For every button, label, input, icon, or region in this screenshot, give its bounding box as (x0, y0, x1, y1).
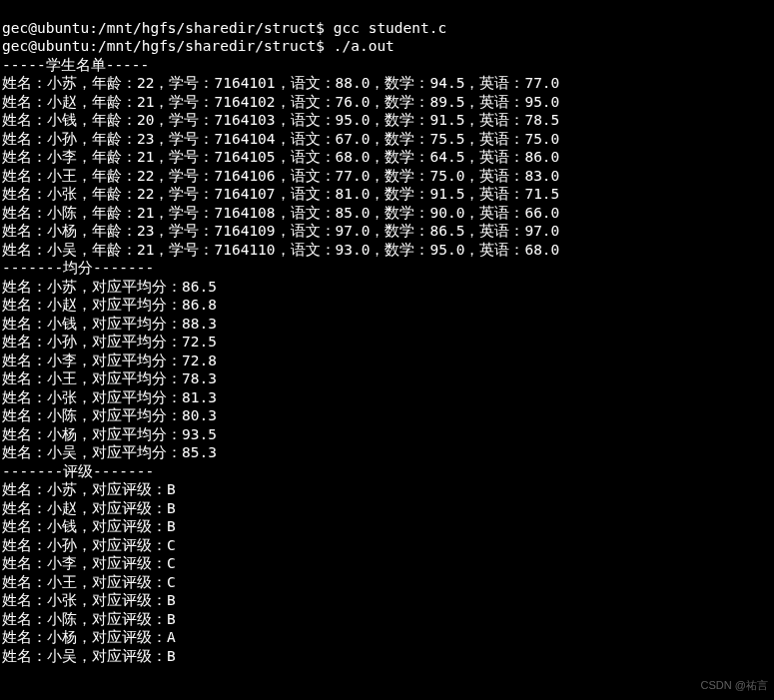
shell-prompt: gec@ubuntu:/mnt/hgfs/sharedir/struct$ (2, 20, 334, 36)
prompt-line-2: gec@ubuntu:/mnt/hgfs/sharedir/struct$ ./… (2, 38, 394, 54)
section-header-grade: -------评级------- (2, 463, 154, 479)
watermark: CSDN @祐言 (701, 676, 768, 695)
avg-list: 姓名：小苏，对应平均分：86.5 姓名：小赵，对应平均分：86.8 姓名：小钱，… (2, 279, 217, 461)
section-header-students: -----学生名单----- (2, 57, 149, 73)
prompt-line-1: gec@ubuntu:/mnt/hgfs/sharedir/struct$ gc… (2, 20, 446, 36)
section-header-avg: -------均分------- (2, 260, 154, 276)
shell-prompt: gec@ubuntu:/mnt/hgfs/sharedir/struct$ (2, 38, 334, 54)
command-1: gcc student.c (334, 20, 447, 36)
command-2: ./a.out (334, 38, 394, 54)
grade-list: 姓名：小苏，对应评级：B 姓名：小赵，对应评级：B 姓名：小钱，对应评级：B 姓… (2, 481, 176, 664)
student-list: 姓名：小苏，年龄：22，学号：7164101，语文：88.0，数学：94.5，英… (2, 75, 559, 258)
terminal-window[interactable]: gec@ubuntu:/mnt/hgfs/sharedir/struct$ gc… (0, 0, 774, 700)
